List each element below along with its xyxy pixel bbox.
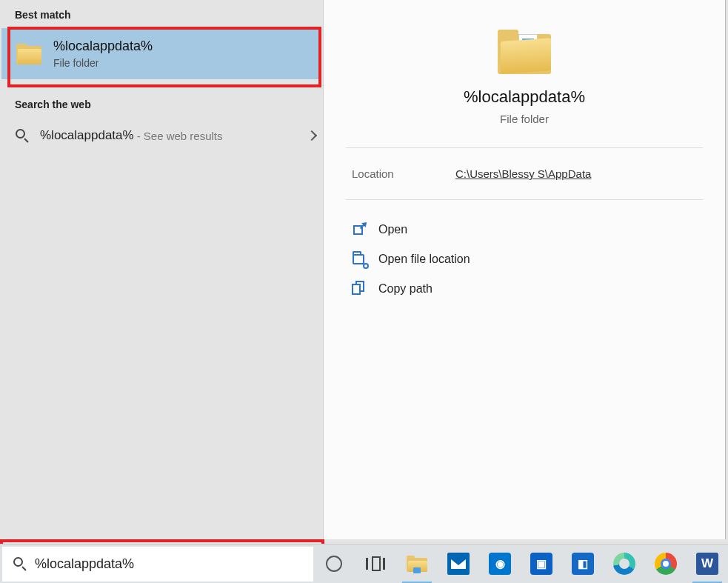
store-taskbar-button[interactable]: ▣ [521,544,562,584]
folder-icon [16,44,41,64]
cortana-button[interactable] [313,544,355,584]
results-left-pane: Best match %localappdata% File folder Se… [0,0,323,539]
open-file-location-action[interactable]: Open file location [346,244,703,274]
file-explorer-icon [407,556,427,572]
preview-subtitle: File folder [346,113,703,125]
file-explorer-taskbar-button[interactable] [396,544,438,584]
location-row: Location C:\Users\Blessy S\AppData [346,148,703,200]
folder-icon [498,30,551,74]
chrome-taskbar-button[interactable] [645,544,687,584]
edge-taskbar-button[interactable] [604,544,645,584]
store-icon: ▣ [530,553,552,575]
search-icon [15,128,30,143]
app-icon: ◧ [572,553,594,575]
search-results-flyout: Best match %localappdata% File folder Se… [0,0,726,539]
preview-title: %localappdata% [346,87,703,107]
location-path-link[interactable]: C:\Users\Blessy S\AppData [455,167,591,180]
taskbar: ◉ ▣ ◧ W [0,544,728,583]
copy-icon [352,281,367,296]
open-location-icon [352,252,367,267]
mail-taskbar-button[interactable] [438,544,479,584]
open-icon [352,222,367,237]
mail-icon [447,553,470,575]
best-match-result[interactable]: %localappdata% File folder [1,28,321,79]
cortana-icon [326,556,342,572]
best-match-text: %localappdata% File folder [53,39,153,69]
dell-app-taskbar-button[interactable]: ◉ [479,544,521,584]
web-search-result[interactable]: %localappdata% - See web results [0,118,323,153]
best-match-subtitle: File folder [53,57,153,69]
web-result-suffix: - See web results [137,130,223,142]
app-taskbar-button[interactable]: ◧ [562,544,604,584]
best-match-heading: Best match [0,0,323,28]
chrome-icon [655,553,677,575]
copy-path-action[interactable]: Copy path [346,274,703,304]
word-taskbar-button[interactable]: W [687,544,728,584]
search-web-heading: Search the web [0,90,323,118]
search-icon [13,556,27,571]
web-result-text: %localappdata% [40,128,134,143]
task-view-icon [366,556,385,571]
chevron-right-icon [307,130,317,141]
dell-icon: ◉ [489,553,511,575]
taskbar-items: ◉ ▣ ◧ W [313,544,728,583]
copy-path-label: Copy path [378,282,433,296]
task-view-button[interactable] [355,544,396,584]
preview-header: %localappdata% File folder [346,30,703,148]
open-label: Open [378,223,407,236]
open-location-label: Open file location [378,253,470,266]
taskbar-search-input[interactable] [35,556,313,572]
preview-pane: %localappdata% File folder Location C:\U… [323,0,725,539]
actions-list: Open Open file location Copy path [346,200,703,319]
edge-icon [613,553,635,575]
taskbar-search-box[interactable] [2,547,313,582]
location-label: Location [352,167,455,180]
word-icon: W [696,553,718,575]
best-match-title: %localappdata% [53,39,153,54]
open-action[interactable]: Open [346,215,703,244]
